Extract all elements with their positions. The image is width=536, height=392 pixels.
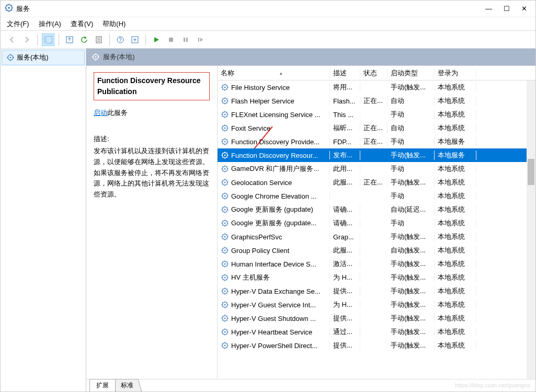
svg-point-26 [224, 114, 226, 116]
menu-file[interactable]: 文件(F) [7, 19, 29, 29]
action-button[interactable] [129, 33, 141, 46]
cell-desc: 请确... [330, 218, 360, 228]
svg-point-52 [224, 291, 226, 292]
cell-logon: 本地服务 [435, 137, 476, 146]
cell-status: 正在... [360, 123, 387, 133]
cell-startup: 自动 [387, 123, 435, 133]
cell-desc: 福昕... [330, 123, 360, 133]
gear-icon [92, 53, 100, 61]
toolbar: ? [1, 31, 535, 49]
start-service-link[interactable]: 启动 [94, 109, 107, 117]
cell-desc: 提供... [330, 286, 360, 296]
stop-service-button[interactable] [165, 33, 177, 46]
content-pane: 服务(本地) Function Discovery Resource Publi… [86, 49, 535, 391]
minimize-button[interactable]: — [485, 5, 492, 13]
svg-point-44 [224, 236, 226, 238]
cell-name: Hyper-V Guest Service Int... [218, 301, 330, 309]
table-row[interactable]: Flash Helper ServiceFlash...正在...自动本地系统 [218, 94, 527, 108]
nav-forward-button[interactable] [20, 33, 33, 46]
cell-desc: 激活... [330, 259, 360, 269]
table-row[interactable]: FLEXnet Licensing Service ...This ...手动本… [218, 108, 527, 121]
table-row[interactable]: HV 主机服务为 H...手动(触发...本地系统 [218, 271, 527, 284]
table-row[interactable]: Function Discovery Resour...发布...手动(触发..… [218, 148, 527, 162]
svg-point-17 [10, 57, 12, 59]
description-label: 描述: [94, 134, 210, 144]
svg-rect-3 [44, 36, 47, 43]
cell-name: Hyper-V PowerShell Direct... [218, 341, 330, 350]
table-row[interactable]: Hyper-V Data Exchange Se...提供...手动(触发...… [218, 284, 527, 298]
cell-name: Hyper-V Heartbeat Service [218, 328, 330, 336]
column-status[interactable]: 状态 [360, 68, 387, 78]
tab-extended[interactable]: 扩展 [89, 379, 116, 391]
cell-desc: Flash... [330, 97, 360, 105]
column-desc[interactable]: 描述 [330, 68, 360, 78]
show-hide-tree-button[interactable] [42, 33, 54, 46]
svg-point-32 [224, 155, 226, 156]
vertical-scrollbar[interactable] [527, 80, 535, 379]
cell-name: Flash Helper Service [218, 97, 330, 105]
list-body[interactable]: File History Service将用...手动(触发...本地系统Fla… [218, 80, 527, 379]
table-row[interactable]: GraphicsPerfSvcGrap...手动(触发...本地系统 [218, 230, 527, 244]
cell-logon: 本地系统 [435, 96, 476, 106]
cell-desc: 通过... [330, 327, 360, 337]
close-button[interactable]: ✕ [521, 5, 527, 13]
table-row[interactable]: Group Policy Client此服...自动(触发...本地系统 [218, 244, 527, 257]
nav-back-button[interactable] [6, 33, 18, 46]
cell-startup: 自动 [387, 96, 435, 106]
selected-service-name: Function Discovery Resource Publication [94, 72, 210, 100]
scrollbar-thumb[interactable] [528, 159, 534, 185]
maximize-button[interactable]: ☐ [504, 5, 510, 13]
cell-status: 正在... [360, 178, 387, 187]
table-row[interactable]: Hyper-V Guest Service Int...为 H...手动(触发.… [218, 298, 527, 312]
window-title: 服务 [16, 4, 485, 14]
cell-startup: 手动(触发... [387, 178, 435, 187]
table-row[interactable]: Geolocation Service此服...正在...手动(触发...本地系… [218, 176, 527, 189]
table-row[interactable]: Hyper-V Heartbeat Service通过...手动(触发...本地… [218, 325, 527, 339]
svg-point-19 [95, 56, 97, 58]
table-row[interactable]: Hyper-V Guest Shutdown ...提供...手动(触发...本… [218, 312, 527, 325]
table-row[interactable]: Google 更新服务 (gupdate)请确...自动(延迟...本地系统 [218, 203, 527, 216]
svg-text:?: ? [119, 37, 122, 43]
table-row[interactable]: Google Chrome Elevation ...手动本地系统 [218, 189, 527, 203]
cell-desc: 为 H... [330, 300, 360, 309]
table-row[interactable]: GameDVR 和广播用户服务...此用...手动本地系统 [218, 162, 527, 176]
svg-point-1 [8, 7, 10, 9]
pause-service-button[interactable] [179, 33, 192, 46]
table-row[interactable]: File History Service将用...手动(触发...本地系统 [218, 80, 527, 94]
svg-rect-12 [169, 38, 173, 42]
export-button[interactable] [63, 33, 76, 46]
navigation-pane: 服务(本地) [1, 49, 86, 391]
cell-startup: 手动 [387, 137, 435, 146]
table-row[interactable]: Hyper-V PowerShell Direct...提供...手动(触发..… [218, 339, 527, 352]
cell-startup: 手动(触发... [387, 151, 435, 160]
menu-action[interactable]: 操作(A) [39, 19, 61, 29]
help-button[interactable]: ? [114, 33, 127, 46]
column-name[interactable]: 名称▴ [218, 68, 330, 78]
cell-startup: 手动(触发... [387, 327, 435, 337]
cell-logon: 本地系统 [435, 218, 476, 228]
refresh-button[interactable] [78, 33, 90, 46]
cell-startup: 自动(延迟... [387, 205, 435, 214]
start-service-button[interactable] [150, 33, 163, 46]
column-startup[interactable]: 启动类型 [387, 68, 435, 78]
svg-point-42 [224, 223, 226, 224]
tab-standard[interactable]: 标准 [112, 379, 142, 391]
column-logon[interactable]: 登录为 [435, 68, 476, 78]
restart-service-button[interactable] [194, 33, 207, 46]
table-row[interactable]: Human Interface Device S...激活...手动(触发...… [218, 257, 527, 271]
table-row[interactable]: Google 更新服务 (gupdate...请确...手动本地系统 [218, 216, 527, 230]
table-row[interactable]: Function Discovery Provide...FDP...正在...… [218, 135, 527, 148]
menu-view[interactable]: 查看(V) [71, 19, 93, 29]
svg-point-48 [224, 263, 226, 265]
cell-desc: 发布... [330, 151, 360, 160]
cell-name: Human Interface Device S... [218, 260, 330, 268]
properties-button[interactable] [93, 33, 105, 46]
svg-point-22 [224, 87, 226, 88]
cell-name: File History Service [218, 83, 330, 91]
menu-help[interactable]: 帮助(H) [102, 19, 126, 29]
cell-startup: 手动(触发... [387, 314, 435, 323]
table-row[interactable]: Foxit Service福昕...正在...自动本地系统 [218, 121, 527, 135]
cell-startup: 手动 [387, 191, 435, 201]
nav-root-item[interactable]: 服务(本地) [2, 50, 85, 65]
cell-name: Google 更新服务 (gupdate) [218, 205, 330, 214]
